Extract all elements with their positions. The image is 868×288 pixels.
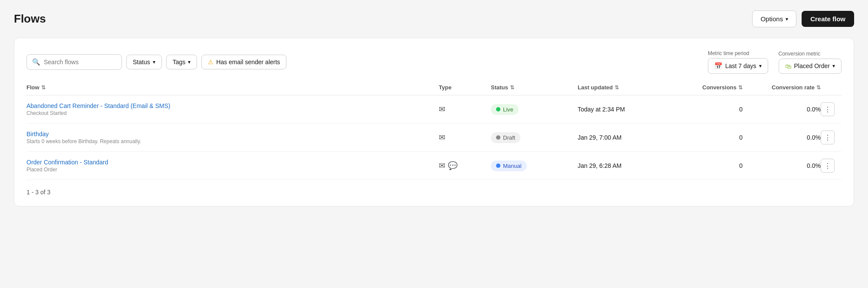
metric-time-period-label: Metric time period <box>708 50 768 56</box>
filters-left: 🔍 Status ▾ Tags ▾ ⚠ Has email sender ale… <box>26 54 286 70</box>
options-button[interactable]: Options ▾ <box>752 10 796 27</box>
conversions-cell: 0 <box>673 162 743 169</box>
table-row: Abandoned Cart Reminder - Standard (Emai… <box>26 95 842 124</box>
options-label: Options <box>760 15 783 23</box>
sort-icon[interactable]: ⇅ <box>41 85 46 91</box>
pagination-text: 1 - 3 of 3 <box>26 189 842 196</box>
conversion-rate-cell: 0.0% <box>743 106 821 113</box>
status-badge: Draft <box>491 132 520 143</box>
tags-filter-button[interactable]: Tags ▾ <box>166 55 197 69</box>
column-last-updated-label: Last updated <box>578 84 613 91</box>
email-icon: ✉ <box>439 105 445 114</box>
row-more-button[interactable]: ⋮ <box>821 102 835 116</box>
live-dot-icon <box>496 107 500 111</box>
metric-time-period-group: Metric time period 📅 Last 7 days ▾ <box>708 50 768 74</box>
flow-name-link[interactable]: Birthday <box>26 131 439 137</box>
create-flow-label: Create flow <box>810 15 845 23</box>
status-filter-button[interactable]: Status ▾ <box>126 55 162 69</box>
conversion-rate-value: 0.0% <box>807 134 821 141</box>
table-row: Birthday Starts 0 weeks before Birthday.… <box>26 124 842 152</box>
chevron-down-icon: ▾ <box>832 63 835 69</box>
last-updated-value: Today at 2:34 PM <box>578 106 625 113</box>
manual-dot-icon <box>496 164 500 168</box>
last-updated-value: Jan 29, 6:28 AM <box>578 162 621 169</box>
conversion-rate-cell: 0.0% <box>743 162 821 169</box>
chevron-down-icon: ▾ <box>786 16 788 22</box>
sms-icon: 💬 <box>448 161 457 170</box>
status-text: Manual <box>503 163 522 169</box>
email-icon: ✉ <box>439 133 445 142</box>
flow-name-link[interactable]: Order Confirmation - Standard <box>26 159 439 166</box>
sort-icon[interactable]: ⇅ <box>816 85 821 91</box>
header-actions: Options ▾ Create flow <box>752 10 854 27</box>
row-more-button[interactable]: ⋮ <box>821 159 835 173</box>
chevron-down-icon: ▾ <box>153 59 155 65</box>
flow-subtitle: Checkout Started <box>26 110 439 116</box>
status-badge: Live <box>491 104 519 115</box>
flows-table: Flow ⇅ Type Status ⇅ Last updated ⇅ Conv… <box>26 84 842 180</box>
type-cell: ✉ <box>439 133 491 142</box>
chevron-down-icon: ▾ <box>759 63 762 69</box>
status-filter-label: Status <box>133 59 150 65</box>
row-more-button[interactable]: ⋮ <box>821 131 835 144</box>
conversion-metric-value: Placed Order <box>794 62 830 69</box>
metric-time-period-value: Last 7 days <box>725 62 756 69</box>
metric-time-period-selector[interactable]: 📅 Last 7 days ▾ <box>708 58 768 74</box>
conversion-rate-cell: 0.0% <box>743 134 821 141</box>
conversions-value: 0 <box>739 134 743 141</box>
status-cell: Manual <box>491 160 578 171</box>
flow-name-cell: Abandoned Cart Reminder - Standard (Emai… <box>26 102 439 116</box>
search-input[interactable] <box>44 59 116 65</box>
conversion-metric-label: Conversion metric <box>779 51 842 57</box>
status-cell: Draft <box>491 132 578 143</box>
conversions-value: 0 <box>739 106 743 113</box>
status-text: Live <box>503 106 513 113</box>
sort-icon[interactable]: ⇅ <box>615 85 619 91</box>
create-flow-button[interactable]: Create flow <box>802 11 854 27</box>
column-status: Status ⇅ <box>491 84 578 91</box>
sort-icon[interactable]: ⇅ <box>738 85 743 91</box>
conversion-metric-group: Conversion metric 🛍 Placed Order ▾ <box>779 51 842 74</box>
conversion-metric-selector[interactable]: 🛍 Placed Order ▾ <box>779 59 842 74</box>
status-text: Draft <box>503 134 515 141</box>
alert-filter-button[interactable]: ⚠ Has email sender alerts <box>201 55 286 69</box>
column-status-label: Status <box>491 84 508 91</box>
main-card: 🔍 Status ▾ Tags ▾ ⚠ Has email sender ale… <box>14 38 854 206</box>
flow-name-cell: Birthday Starts 0 weeks before Birthday.… <box>26 131 439 144</box>
type-cell: ✉ <box>439 105 491 114</box>
column-flow: Flow ⇅ <box>26 84 439 91</box>
calendar-icon: 📅 <box>714 62 723 70</box>
column-actions <box>821 84 842 91</box>
type-cell: ✉ 💬 <box>439 161 491 170</box>
search-box[interactable]: 🔍 <box>26 54 122 70</box>
flow-name-link[interactable]: Abandoned Cart Reminder - Standard (Emai… <box>26 102 439 109</box>
sort-icon[interactable]: ⇅ <box>510 85 514 91</box>
conversions-value: 0 <box>739 162 743 169</box>
column-conversion-rate-label: Conversion rate <box>772 84 815 91</box>
draft-dot-icon <box>496 135 500 140</box>
alert-filter-label: Has email sender alerts <box>216 59 280 65</box>
column-conversion-rate: Conversion rate ⇅ <box>743 84 821 91</box>
status-cell: Live <box>491 104 578 115</box>
status-badge: Manual <box>491 160 527 171</box>
email-icon: ✉ <box>439 161 445 170</box>
chevron-down-icon: ▾ <box>188 59 191 65</box>
table-row: Order Confirmation - Standard Placed Ord… <box>26 152 842 180</box>
column-last-updated: Last updated ⇅ <box>578 84 673 91</box>
column-conversions: Conversions ⇅ <box>673 84 743 91</box>
row-actions-cell: ⋮ <box>821 159 842 173</box>
search-icon: 🔍 <box>32 58 40 66</box>
column-type-label: Type <box>439 84 451 91</box>
flow-subtitle: Placed Order <box>26 167 439 173</box>
conversions-cell: 0 <box>673 134 743 141</box>
last-updated-cell: Jan 29, 7:00 AM <box>578 134 673 141</box>
table-header: Flow ⇅ Type Status ⇅ Last updated ⇅ Conv… <box>26 84 842 95</box>
conversions-cell: 0 <box>673 106 743 113</box>
filters-row: 🔍 Status ▾ Tags ▾ ⚠ Has email sender ale… <box>26 50 842 74</box>
pagination-value: 1 - 3 of 3 <box>26 189 50 196</box>
tags-filter-label: Tags <box>173 59 186 65</box>
shopify-icon: 🛍 <box>785 62 792 70</box>
column-type: Type <box>439 84 491 91</box>
filters-right: Metric time period 📅 Last 7 days ▾ Conve… <box>708 50 842 74</box>
row-actions-cell: ⋮ <box>821 102 842 116</box>
